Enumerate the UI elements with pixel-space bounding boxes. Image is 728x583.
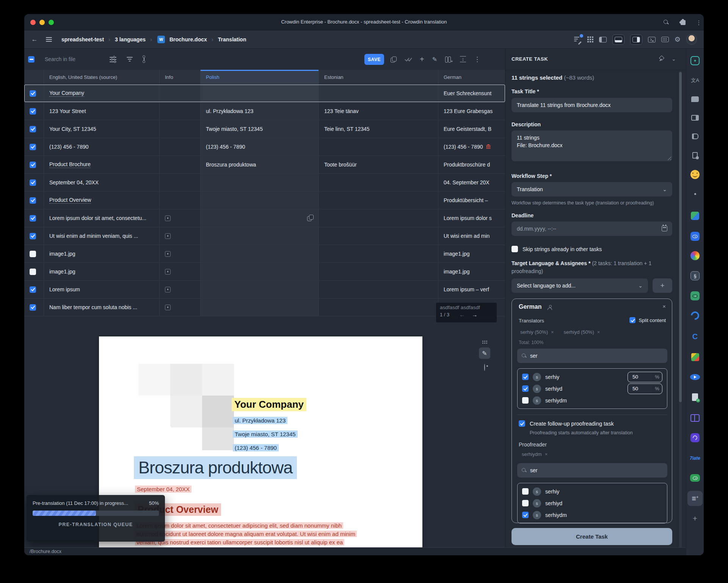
add-column-icon[interactable]: + bbox=[445, 57, 452, 62]
task-title-input[interactable]: Translate 11 strings from Brochure.docx bbox=[511, 98, 672, 112]
member-checkbox[interactable] bbox=[522, 488, 529, 495]
save-button[interactable]: SAVE bbox=[364, 54, 384, 65]
member-row[interactable]: s serhiyd 50% bbox=[518, 383, 667, 394]
next-suggestion-icon[interactable]: → bbox=[472, 311, 477, 318]
logo-text-app-icon[interactable]: 7iate bbox=[689, 452, 701, 465]
preview-edit-button[interactable]: ✎ bbox=[479, 347, 490, 359]
translator-search-input[interactable]: ser bbox=[517, 349, 667, 363]
member-checkbox[interactable] bbox=[522, 512, 529, 518]
row-checkbox[interactable] bbox=[30, 304, 36, 311]
column-header-estonian[interactable]: Estonian bbox=[318, 70, 438, 84]
emoji-app-icon[interactable] bbox=[689, 168, 701, 181]
add-string-icon[interactable]: + bbox=[420, 55, 424, 63]
skip-strings-row[interactable]: Skip strings already in other tasks bbox=[511, 246, 602, 252]
translator-tag[interactable]: serhiy (50%)× bbox=[520, 329, 554, 335]
console-icon[interactable] bbox=[648, 37, 656, 42]
create-task-tool-icon-active[interactable]: ≣+ bbox=[687, 491, 703, 506]
split-content-row[interactable]: Split content bbox=[629, 317, 666, 323]
context-panel-icon[interactable] bbox=[689, 111, 701, 124]
previous-suggestion-icon[interactable]: ← bbox=[459, 311, 465, 318]
browser-search-icon[interactable] bbox=[662, 18, 670, 27]
table-row[interactable]: (123) 456 - 7890 (123) 456 - 7890 (123) … bbox=[24, 138, 505, 156]
pin-panel-icon[interactable] bbox=[658, 55, 665, 62]
purple-columns-app-icon[interactable] bbox=[689, 412, 701, 424]
string-info-icon[interactable] bbox=[165, 215, 171, 221]
string-info-icon[interactable] bbox=[165, 269, 171, 275]
color-wheel-icon[interactable] bbox=[689, 249, 701, 262]
row-checkbox[interactable] bbox=[30, 179, 36, 186]
purple-swirl-app-icon[interactable] bbox=[689, 431, 701, 444]
member-row[interactable]: s serhiydm bbox=[518, 394, 667, 406]
row-checkbox[interactable] bbox=[30, 269, 36, 275]
row-checkbox[interactable] bbox=[30, 233, 36, 239]
pretranslate-icon[interactable] bbox=[574, 36, 582, 42]
column-header-info[interactable]: Info bbox=[159, 70, 200, 84]
string-info-icon[interactable] bbox=[165, 251, 171, 257]
create-task-button[interactable]: Create Task bbox=[511, 528, 672, 545]
inline-translation-editor[interactable]: asdfasdf asdfasdf 1 / 3 ← → bbox=[436, 303, 497, 322]
table-row[interactable]: image1.jpg image1.jpg bbox=[24, 263, 505, 281]
eye-app-icon[interactable] bbox=[689, 230, 701, 243]
table-row[interactable]: Your City, ST 12345 Twoje miasto, ST 123… bbox=[24, 120, 505, 138]
pretranslation-toast[interactable]: Pre-translation (11 Dec 17:00) in progre… bbox=[27, 495, 165, 542]
remove-language-icon[interactable]: × bbox=[662, 303, 666, 310]
translator-app-icon[interactable] bbox=[689, 209, 701, 222]
extensions-icon[interactable] bbox=[679, 18, 687, 27]
row-checkbox[interactable] bbox=[30, 215, 36, 222]
translator-tag[interactable]: serhiyd (50%)× bbox=[564, 329, 600, 335]
ai-assistant-icon[interactable]: ✦ bbox=[689, 54, 701, 67]
green-eye2-app-icon[interactable] bbox=[689, 471, 701, 484]
deadline-input[interactable]: dd.mm.yyyy, --:-- bbox=[511, 222, 672, 236]
row-checkbox[interactable] bbox=[30, 90, 36, 97]
row-checkbox[interactable] bbox=[30, 108, 36, 115]
column-header-german[interactable]: German bbox=[438, 70, 505, 84]
row-checkbox[interactable] bbox=[30, 251, 36, 257]
browser-menu-icon[interactable]: ⋮ bbox=[695, 18, 703, 27]
settings-gear-icon[interactable]: ⚙ bbox=[675, 36, 681, 43]
remove-tag-icon[interactable]: × bbox=[545, 451, 548, 457]
member-row[interactable]: s serhiy bbox=[518, 486, 667, 497]
filter-icon[interactable] bbox=[126, 57, 133, 62]
green-eye-app-icon[interactable] bbox=[689, 289, 701, 302]
select-all-checkbox[interactable] bbox=[28, 56, 35, 63]
row-checkbox[interactable] bbox=[30, 286, 36, 293]
table-row[interactable]: 123 Your Street ul. Przykładowa 123123 T… bbox=[24, 102, 505, 120]
member-row[interactable]: s serhiydm bbox=[518, 509, 667, 521]
expand-rows-icon[interactable]: ↕ bbox=[460, 56, 466, 62]
member-checkbox[interactable] bbox=[522, 374, 529, 380]
table-row[interactable]: Nam liber tempor cum soluta nobis ... as… bbox=[24, 299, 505, 316]
eye-play-app-icon[interactable] bbox=[689, 371, 701, 383]
machine-translation-icon[interactable]: 文A bbox=[689, 74, 701, 87]
calendar-icon[interactable] bbox=[662, 226, 667, 231]
column-header-polish[interactable]: Polish bbox=[200, 70, 318, 84]
member-checkbox[interactable] bbox=[522, 385, 529, 392]
table-row[interactable]: Lorem ipsum Lorem ipsum – verf bbox=[24, 281, 505, 299]
string-info-icon[interactable] bbox=[165, 287, 171, 292]
table-row[interactable]: Lorem ipsum dolor sit amet, consectetu..… bbox=[24, 209, 505, 227]
row-checkbox[interactable] bbox=[30, 144, 36, 150]
member-row[interactable]: s serhiyd bbox=[518, 497, 667, 509]
more-actions-icon[interactable]: ⋮ bbox=[474, 56, 480, 63]
table-row[interactable]: Your Company Euer Schreckensunt bbox=[24, 85, 505, 102]
collapse-panel-icon[interactable]: ⌄ bbox=[672, 56, 676, 61]
resize-handle[interactable] bbox=[667, 156, 671, 160]
c-app-icon[interactable]: C bbox=[689, 330, 701, 343]
member-checkbox[interactable] bbox=[522, 397, 529, 404]
paragraph-app-icon[interactable]: § bbox=[689, 269, 701, 282]
percent-input[interactable]: 50% bbox=[628, 372, 662, 382]
table-row[interactable]: Ut wisi enim ad minim veniam, quis ... U… bbox=[24, 227, 505, 245]
breadcrumb-languages[interactable]: 3 languages bbox=[115, 36, 146, 42]
proofreader-search-input[interactable]: ser bbox=[517, 463, 667, 478]
followup-checkbox[interactable] bbox=[519, 420, 525, 427]
right-panel-toggle[interactable] bbox=[630, 35, 642, 45]
language-select[interactable]: Select language to add... ⌄ bbox=[511, 278, 648, 293]
cube-app-icon[interactable] bbox=[689, 350, 701, 363]
breadcrumb-file[interactable]: Brochure.docx bbox=[169, 36, 207, 42]
percent-input[interactable]: 50% bbox=[628, 383, 662, 394]
grid-view-icon[interactable] bbox=[587, 36, 593, 42]
edit-icon[interactable]: ✎ bbox=[432, 56, 437, 63]
skip-strings-checkbox[interactable] bbox=[511, 246, 518, 252]
workflow-step-select[interactable]: Translation ⌄ bbox=[511, 182, 672, 196]
column-header-source[interactable]: English, United States (source) bbox=[44, 70, 159, 84]
workflow-steps-icon[interactable] bbox=[142, 55, 146, 63]
